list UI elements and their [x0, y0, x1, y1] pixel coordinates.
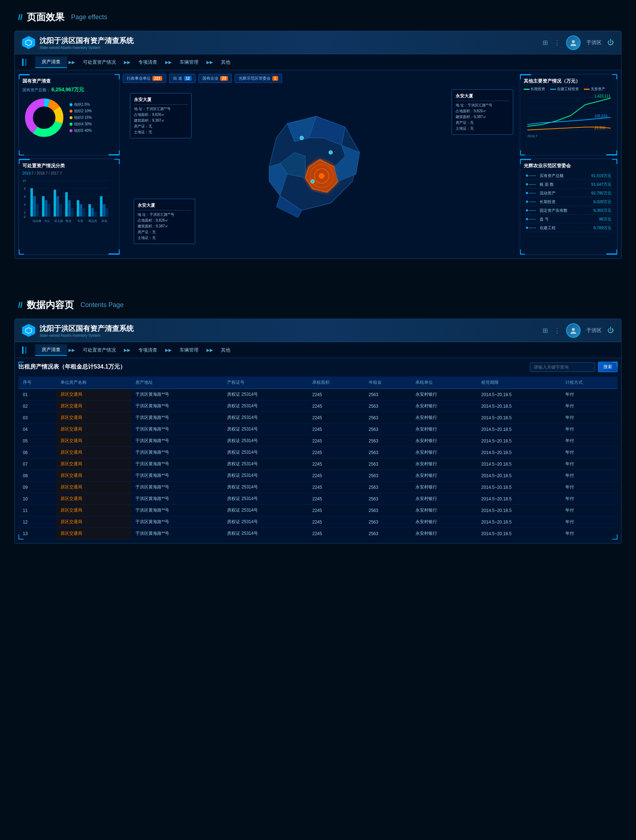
donut-chart [22, 96, 66, 139]
cell-name: 原区交通局 [56, 401, 131, 412]
svg-text:综合楼: 综合楼 [33, 219, 41, 223]
cell-seq: 10 [19, 493, 56, 505]
cell-tenant: 永安村银行 [411, 412, 477, 424]
cell-rent: 2563 [364, 389, 411, 401]
committee-title: 光辉农业示范区管委会 [524, 163, 614, 169]
committee-value: 98万元 [581, 215, 613, 223]
svg-point-53 [329, 151, 332, 154]
nav-item2-0[interactable]: 房产清查 [35, 344, 67, 356]
nav-stripe-1 [22, 58, 24, 66]
cell-method: 年付 [561, 458, 617, 470]
user-label: 于洪区 [586, 39, 601, 46]
legend-4: 组织5 40% [70, 128, 92, 133]
table-header-row: 出租房产情况表（年租金总计534.1万元） 搜索 [19, 362, 617, 372]
cell-cert: 房权证 25314号 [223, 401, 308, 412]
table-head: 序号 单位房产名称 房产地址 产权证号 承租面积 年租金 承租单位 租凭期限 计… [19, 377, 617, 389]
nav-arrow2-2: ▶▶ [165, 347, 172, 353]
nav-item-0[interactable]: 房产清查 [35, 57, 67, 68]
cell-method: 年付 [561, 493, 617, 505]
filter-tag-1[interactable]: 街 道 12 [169, 74, 196, 83]
svg-rect-26 [54, 190, 56, 216]
nav-item-3[interactable]: 车辆管理 [173, 57, 205, 68]
committee-value: 91,647万元 [581, 181, 613, 189]
committee-label: 固定资产实有数 [538, 207, 581, 215]
committee-dot [524, 172, 538, 180]
svg-rect-25 [48, 204, 51, 216]
cell-addr: 于洪区黄海路**号 [131, 458, 223, 470]
nav-stripe-3 [22, 346, 24, 354]
cell-period: 2014.5~20.18.5 [477, 493, 562, 505]
filter-tag-0[interactable]: 行政事业单位 223 [123, 74, 166, 83]
popup1-content: 地 址：于洪区汇路**号 占地面积：9,826㎡ 建筑面积：9,387㎡ 房产证… [134, 106, 188, 135]
cell-seq: 05 [19, 435, 56, 447]
nav-item2-4[interactable]: 其他 [214, 345, 237, 355]
cell-period: 2014.5~20.18.5 [477, 482, 562, 493]
cell-addr: 于洪区黄海路**号 [131, 516, 223, 528]
svg-text:106,834: 106,834 [594, 114, 608, 118]
nav-item2-1[interactable]: 可处置资产情况 [76, 345, 122, 355]
svg-text:6: 6 [24, 195, 26, 198]
dots-icon-2[interactable]: ⋮ [554, 327, 560, 335]
cell-tenant: 永安村银行 [411, 424, 477, 435]
svg-rect-34 [82, 208, 85, 216]
dots-icon[interactable]: ⋮ [554, 39, 560, 47]
cell-tenant: 永安村银行 [411, 493, 477, 505]
top-bar-right: ⊞ ⋮ 于洪区 ⏻ [543, 35, 614, 50]
cell-cert: 房权证 25314号 [223, 447, 308, 458]
power-icon-2[interactable]: ⏻ [608, 327, 614, 334]
cell-seq: 02 [19, 401, 56, 412]
grid-icon[interactable]: ⊞ [543, 39, 548, 47]
cell-period: 2014.5~20.18.5 [477, 412, 562, 424]
top-bar-left: 沈阳于洪区国有资产清查系统 State-owned Assets Invento… [22, 36, 134, 50]
cell-method: 年付 [561, 447, 617, 458]
asset-check-subtitle: 国有资产总额： 6,254,967万元 [22, 87, 116, 93]
svg-text:1,423,111: 1,423,111 [594, 94, 611, 98]
col-addr: 房产地址 [131, 377, 223, 389]
donut-container: 组织1 5% 组织2 10% 组织3 15% 组织4 30% [22, 96, 116, 139]
power-icon[interactable]: ⏻ [608, 39, 614, 46]
svg-rect-36 [91, 208, 94, 216]
cell-name: 原区交通局 [56, 482, 131, 493]
cell-method: 年付 [561, 412, 617, 424]
map-container: 永安大厦 地 址：于洪区汇路**号 占地面积：9,826㎡ 建筑面积：9,387… [123, 86, 517, 255]
nav-item2-2[interactable]: 专项清查 [132, 345, 164, 355]
committee-row: 在建工程 9,789万元 [524, 224, 613, 232]
cell-tenant: 永安村银行 [411, 482, 477, 493]
cell-name: 原区交通局 [56, 435, 131, 447]
nav-item2-3[interactable]: 车辆管理 [173, 345, 205, 355]
system-title-2: 沈阳于洪区国有资产清查系统 [40, 324, 134, 332]
cell-rent: 2563 [364, 493, 411, 505]
grid-icon-2[interactable]: ⊞ [543, 327, 548, 335]
search-input[interactable] [530, 362, 595, 372]
filter-count-1: 12 [184, 76, 191, 81]
committee-row: 买有资产总额 91,619万元 [524, 172, 613, 180]
asset-total: 6,254,967万元 [51, 87, 84, 92]
filter-tag-2[interactable]: 国有企业 23 [198, 74, 232, 83]
data-table-wrapper: 出租房产情况表（年租金总计534.1万元） 搜索 序号 单位房产名称 房产地址 … [19, 362, 617, 540]
svg-text:10: 10 [22, 179, 26, 183]
cell-name: 原区交通局 [56, 412, 131, 424]
cell-cert: 房权证 25314号 [223, 482, 308, 493]
col-tenant: 承租单位 [411, 377, 477, 389]
system-subtitle: State-owned Assets Inventory System [40, 46, 134, 50]
cell-seq: 12 [19, 516, 56, 528]
table-body: 01 原区交通局 于洪区黄海路**号 房权证 25314号 2245 2563 … [19, 389, 617, 540]
cell-seq: 07 [19, 458, 56, 470]
asset-check-title: 国有资产清查 [22, 78, 116, 84]
filter-count-2: 23 [220, 76, 228, 81]
svg-rect-40 [106, 208, 108, 216]
nav-item-2[interactable]: 专项清查 [132, 57, 164, 68]
table-row: 08 原区交通局 于洪区黄海路**号 房权证 25314号 2245 2563 … [19, 470, 617, 482]
svg-rect-30 [68, 200, 71, 216]
table-row: 11 原区交通局 于洪区黄海路**号 房权证 25314号 2245 2563 … [19, 505, 617, 516]
popup2-content: 地 址：于洪区汇路**号 占地面积：9,826㎡ 建筑面积：9,387㎡ 房产证… [456, 103, 509, 131]
nav-item-4[interactable]: 其他 [214, 57, 237, 68]
legend-dot-3 [70, 123, 73, 126]
nav-item-1[interactable]: 可处置资产情况 [76, 57, 122, 68]
cell-addr: 于洪区黄海路**号 [131, 412, 223, 424]
section2-title-en: Contents Page [81, 301, 123, 309]
cell-name: 原区交通局 [56, 458, 131, 470]
main-assets-panel: 其他主要资产情况（万元） 长期投资 在建工程投资 无形资产 [520, 74, 617, 156]
cell-rent: 2563 [364, 470, 411, 482]
filter-tag-3[interactable]: 光辉示范区管委会 1 [235, 74, 282, 83]
